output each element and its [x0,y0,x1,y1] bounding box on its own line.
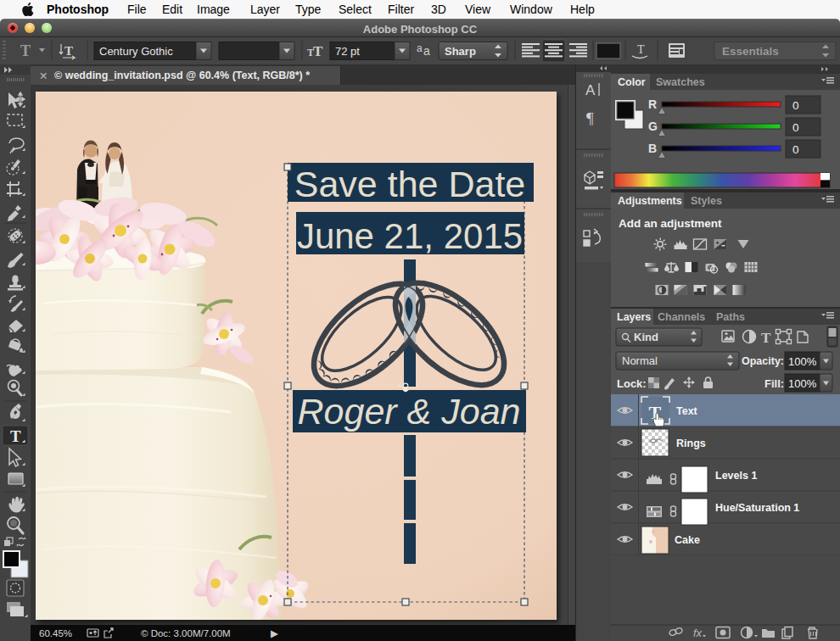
svg-text:100%: 100% [788,355,817,368]
svg-text:T: T [761,330,771,346]
svg-text:B: B [648,142,657,155]
svg-text:Sharp: Sharp [445,45,476,58]
svg-text:Lock:: Lock: [617,377,647,390]
svg-text:Styles: Styles [691,195,722,207]
svg-text:T: T [637,43,645,56]
svg-text:¶: ¶ [586,109,594,127]
svg-text:Cake: Cake [675,534,700,546]
svg-text:72 pt: 72 pt [335,45,360,58]
svg-text:Swatches: Swatches [656,76,705,88]
svg-text:Century Gothic: Century Gothic [99,45,173,58]
svg-text:Hue/Saturation 1: Hue/Saturation 1 [715,502,799,514]
svg-text:R: R [648,98,657,111]
svg-text:Rings: Rings [676,438,706,449]
svg-text:Essentials: Essentials [722,45,779,58]
svg-text:Opacity:: Opacity: [742,355,784,367]
svg-text:T: T [64,44,73,58]
svg-text:+: + [716,240,720,246]
svg-text:a: a [417,42,423,54]
svg-text:Roger & Joan: Roger & Joan [298,391,521,432]
svg-text:a: a [423,44,430,58]
svg-text:Normal: Normal [622,354,658,367]
svg-text:fx: fx [693,627,703,639]
svg-text:T: T [10,427,21,445]
svg-text:Save the Date: Save the Date [294,164,526,204]
svg-text:Levels 1: Levels 1 [715,470,757,482]
svg-text:Layers: Layers [617,311,651,323]
svg-text:Add an adjustment: Add an adjustment [619,217,722,230]
svg-text:G: G [648,120,658,133]
svg-text:Text: Text [676,405,698,417]
svg-text:100%: 100% [788,377,817,390]
svg-text:T: T [20,42,31,59]
svg-text:Fill:: Fill: [764,377,784,390]
svg-text:A: A [585,82,596,98]
svg-text:0: 0 [792,99,799,112]
svg-text:Paths: Paths [716,311,745,323]
svg-text:Adjustments: Adjustments [618,195,682,207]
svg-text:Color: Color [618,76,646,88]
svg-text:0: 0 [792,121,799,134]
svg-text:June 21, 2015: June 21, 2015 [297,216,523,256]
svg-text:Channels: Channels [658,311,705,323]
svg-text:Kind: Kind [634,331,658,343]
svg-text:0: 0 [792,143,799,156]
svg-text:T: T [313,43,323,59]
